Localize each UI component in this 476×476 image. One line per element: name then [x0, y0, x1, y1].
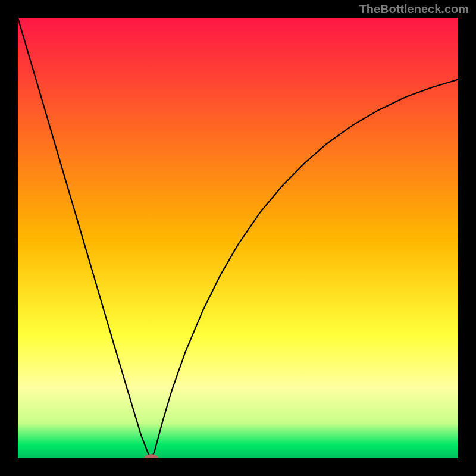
plot-area	[18, 18, 458, 458]
attribution-text: TheBottleneck.com	[359, 2, 469, 16]
background-gradient	[18, 18, 458, 458]
chart-frame: TheBottleneck.com	[0, 0, 476, 476]
chart-svg	[18, 18, 458, 458]
